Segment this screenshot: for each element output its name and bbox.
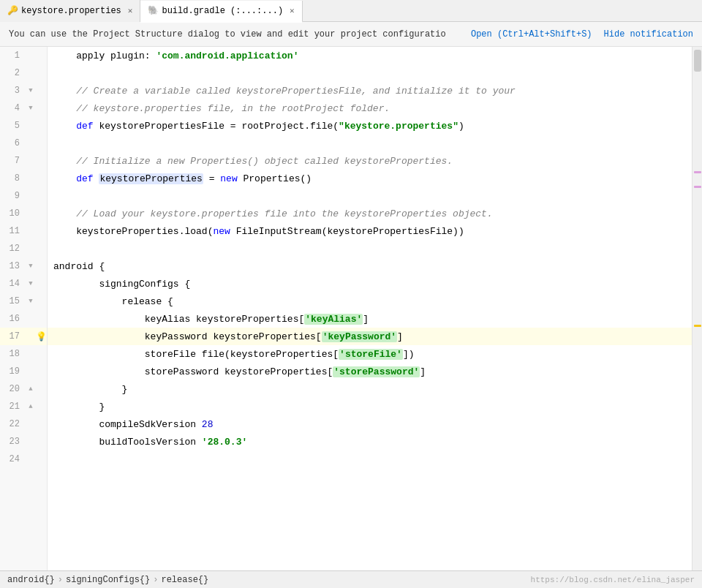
- keystore-tab-icon: 🔑: [7, 6, 18, 16]
- line-num-11: 11: [0, 226, 26, 236]
- code-line-6: [48, 135, 692, 152]
- fold-icon-6: [26, 138, 36, 148]
- bp-8: [36, 173, 46, 184]
- fold-icon-12: [26, 244, 36, 254]
- gutter-row-2: 2: [0, 64, 47, 82]
- code-line-20: }: [48, 380, 692, 398]
- scroll-thumb[interactable]: [694, 50, 701, 72]
- gutter-row-11: 11: [0, 222, 47, 240]
- editor-container: 1 2 3 ▼ 4 ▼ 5 6 7: [0, 47, 702, 570]
- fold-icon-3[interactable]: ▼: [26, 86, 36, 96]
- breadcrumb-release[interactable]: release{}: [161, 575, 208, 585]
- code-line-10: // Load your keystore.properties file in…: [48, 205, 692, 222]
- fold-icon-21[interactable]: ▲: [26, 402, 36, 412]
- code-text-18: storeFile file(keystoreProperties['store…: [53, 349, 415, 360]
- line-num-5: 5: [0, 121, 26, 131]
- fold-icon-8: [26, 173, 36, 184]
- status-bar: android{} › signingConfigs{} › release{}…: [0, 570, 702, 588]
- scrollbar[interactable]: [692, 47, 702, 570]
- breadcrumb-android[interactable]: android{}: [7, 575, 55, 585]
- bp-10: [36, 208, 46, 219]
- notification-hide-button[interactable]: Hide notification: [604, 29, 693, 39]
- tab-keystore-close[interactable]: ✕: [128, 6, 133, 15]
- code-text-3: // Create a variable called keystoreProp…: [53, 86, 516, 97]
- code-text-15: release {: [53, 296, 173, 307]
- fold-icon-9: [26, 191, 36, 201]
- scroll-marker-purple: [694, 171, 701, 173]
- tab-gradle-close[interactable]: ✕: [290, 6, 295, 15]
- code-text-19: storePassword keystoreProperties['storeP…: [53, 366, 426, 377]
- code-text-16: keyAlias keystoreProperties['keyAlias']: [53, 314, 369, 325]
- fold-icon-19: [26, 366, 36, 377]
- breadcrumb-sep-2: ›: [153, 575, 158, 585]
- fold-icon-24: [26, 454, 36, 464]
- gutter-row-17: 17 💡: [0, 328, 47, 345]
- tab-keystore[interactable]: 🔑 keystore.properties ✕: [0, 0, 140, 22]
- code-line-7: // Initialize a new Properties() object …: [48, 152, 692, 170]
- tab-gradle[interactable]: 🐘 build.gradle (:...:...) ✕: [140, 1, 302, 23]
- bp-13: [36, 261, 46, 271]
- tab-gradle-label: build.gradle (:...:...): [162, 6, 283, 16]
- gutter-row-6: 6: [0, 135, 47, 152]
- code-text-23: buildToolsVersion '28.0.3': [53, 437, 247, 448]
- gradle-tab-icon: 🐘: [148, 6, 158, 16]
- line-gutter: 1 2 3 ▼ 4 ▼ 5 6 7: [0, 47, 48, 570]
- code-text-4: // keystore.properties file, in the root…: [53, 103, 390, 114]
- bp-1: [36, 50, 46, 61]
- code-line-1: apply plugin: 'com.android.application': [48, 47, 692, 64]
- fold-icon-14[interactable]: ▼: [26, 279, 36, 289]
- line-num-10: 10: [0, 208, 26, 219]
- line-num-20: 20: [0, 384, 26, 394]
- fold-icon-23: [26, 437, 36, 447]
- code-line-12: [48, 240, 692, 257]
- fold-icon-15[interactable]: ▼: [26, 296, 36, 306]
- code-line-24: [48, 451, 692, 468]
- bp-23: [36, 437, 46, 447]
- bp-7: [36, 156, 46, 166]
- code-text-11: keystoreProperties.load(new FileInputStr…: [53, 226, 464, 237]
- gutter-row-14: 14 ▼: [0, 275, 47, 293]
- fold-icon-13[interactable]: ▼: [26, 261, 36, 271]
- gutter-row-8: 8: [0, 170, 47, 187]
- bp-20: [36, 384, 46, 394]
- bp-6: [36, 138, 46, 148]
- code-text-17: keyPassword keystoreProperties['keyPassw…: [53, 331, 403, 342]
- code-text-13: android {: [53, 261, 105, 272]
- scroll-marker-purple2: [694, 186, 701, 188]
- bp-17[interactable]: 💡: [36, 331, 46, 342]
- gutter-row-12: 12: [0, 240, 47, 257]
- code-editor[interactable]: apply plugin: 'com.android.application' …: [48, 47, 692, 570]
- code-line-5: def keystorePropertiesFile = rootProject…: [48, 117, 692, 135]
- fold-icon-4[interactable]: ▼: [26, 103, 36, 113]
- line-num-14: 14: [0, 279, 26, 289]
- gutter-row-4: 4 ▼: [0, 99, 47, 117]
- bp-18: [36, 349, 46, 359]
- gutter-row-3: 3 ▼: [0, 82, 47, 99]
- bp-16: [36, 314, 46, 324]
- line-num-21: 21: [0, 402, 26, 412]
- code-text-20: }: [53, 384, 127, 395]
- fold-icon-1: [26, 50, 36, 61]
- code-line-11: keystoreProperties.load(new FileInputStr…: [48, 222, 692, 240]
- code-line-17: keyPassword keystoreProperties['keyPassw…: [48, 328, 692, 345]
- breadcrumb-signingconfigs[interactable]: signingConfigs{}: [66, 575, 150, 585]
- code-line-23: buildToolsVersion '28.0.3': [48, 433, 692, 451]
- bp-4: [36, 103, 46, 113]
- bp-24: [36, 454, 46, 464]
- tab-bar: 🔑 keystore.properties ✕ 🐘 build.gradle (…: [0, 0, 702, 22]
- code-line-2: [48, 64, 692, 82]
- code-line-19: storePassword keystoreProperties['storeP…: [48, 363, 692, 380]
- gutter-row-21: 21 ▲: [0, 398, 47, 415]
- fold-icon-20[interactable]: ▲: [26, 384, 36, 394]
- line-num-6: 6: [0, 138, 26, 148]
- status-url: https://blog.csdn.net/elina_jasper: [531, 576, 695, 584]
- gutter-row-1: 1: [0, 47, 47, 64]
- code-text-10: // Load your keystore.properties file in…: [53, 208, 493, 219]
- line-num-23: 23: [0, 437, 26, 447]
- fold-icon-16: [26, 314, 36, 324]
- code-text-22: compileSdkVersion 28: [53, 419, 213, 430]
- fold-icon-17: [26, 331, 36, 342]
- notification-open-link[interactable]: Open (Ctrl+Alt+Shift+S): [471, 29, 592, 39]
- line-num-1: 1: [0, 50, 26, 61]
- bulb-icon-17: 💡: [36, 331, 47, 342]
